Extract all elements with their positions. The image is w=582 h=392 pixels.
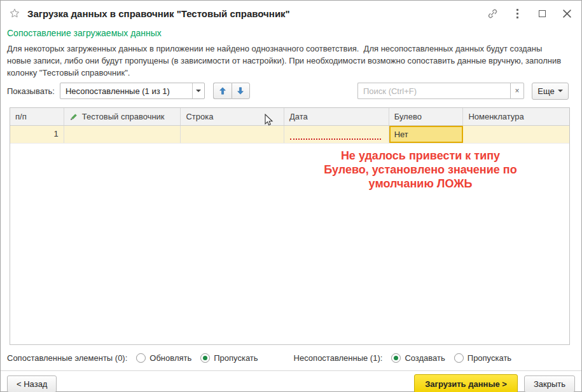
matched-label: Сопоставленные элементы (0): [7, 353, 127, 363]
radio-label: Пропускать [468, 353, 511, 363]
cell-boolean-selected[interactable]: Нет [389, 126, 464, 143]
cell-nomenclature[interactable] [463, 126, 569, 143]
radio-circle [391, 353, 401, 363]
error-underline [290, 139, 381, 140]
footer-bar: < Назад Загрузить данные > Закрыть [1, 370, 581, 392]
chain-link-icon[interactable] [487, 8, 498, 19]
more-button-label: Еще [537, 86, 554, 96]
close-icon[interactable] [561, 8, 572, 19]
options-row: Сопоставленные элементы (0): Обновлять П… [7, 351, 569, 365]
chevron-down-icon [558, 90, 563, 92]
error-tooltip-line: умолчанию ЛОЖЬ [290, 177, 551, 191]
column-header-label: Тестовый справочник [82, 109, 165, 125]
maximize-icon[interactable] [536, 8, 548, 19]
more-button[interactable]: Еще [532, 83, 569, 100]
column-header-num[interactable]: п/п [10, 108, 64, 125]
radio-matched-update[interactable]: Обновлять [136, 353, 191, 363]
section-title: Сопоставление загружаемых данных [7, 28, 569, 38]
table-header-row: п/п Тестовый справочник Строка Дата Буле… [10, 108, 569, 126]
column-header-test-ref[interactable]: Тестовый справочник [64, 108, 181, 125]
pencil-icon [69, 112, 78, 121]
radio-label: Обновлять [149, 353, 191, 363]
load-data-button[interactable]: Загрузить данные > [414, 374, 518, 392]
filter-dropdown[interactable]: Несопоставленные (1 из 1) [60, 83, 205, 99]
titlebar: Загрузка данных в справочник "Тестовый с… [1, 1, 581, 26]
radio-circle [136, 353, 146, 363]
back-button[interactable]: < Назад [7, 375, 57, 392]
radio-matched-skip[interactable]: Пропускать [200, 353, 258, 363]
move-up-button[interactable] [213, 83, 232, 99]
content-area: Сопоставление загружаемых данных Для нек… [1, 26, 581, 365]
search-group: × [357, 83, 524, 99]
column-header-nomenclature[interactable]: Номенклатура [463, 108, 569, 125]
search-input[interactable] [357, 83, 510, 99]
close-button[interactable]: Закрыть [524, 375, 575, 392]
search-clear-button[interactable]: × [510, 83, 524, 99]
chevron-down-icon[interactable] [192, 83, 204, 98]
error-tooltip-line: Не удалось привести к типу [290, 149, 551, 163]
radio-label: Пропускать [214, 353, 258, 363]
show-label: Показывать: [7, 86, 55, 96]
cell-test-ref[interactable] [64, 126, 181, 143]
unmatched-label: Несопоставленные (1): [294, 353, 383, 363]
dialog-window: Загрузка данных в справочник "Тестовый с… [0, 0, 582, 392]
arrow-up-icon [218, 86, 227, 95]
vertical-dots-icon[interactable] [511, 8, 523, 19]
error-tooltip: Не удалось привести к типу Булево, устан… [290, 149, 551, 191]
column-header-boolean[interactable]: Булево [389, 108, 464, 125]
toolbar: Показывать: Несопоставленные (1 из 1) × … [7, 82, 569, 100]
cell-num[interactable]: 1 [10, 126, 64, 143]
radio-label: Создавать [405, 353, 445, 363]
column-header-date[interactable]: Дата [284, 108, 389, 125]
filter-dropdown-value: Несопоставленные (1 из 1) [60, 86, 192, 96]
window-title: Загрузка данных в справочник "Тестовый с… [27, 8, 487, 19]
description-text: Для некоторых загруженных данных в прило… [7, 43, 562, 79]
table-row[interactable]: 1 Нет [10, 126, 569, 144]
radio-circle [454, 353, 464, 363]
mouse-cursor-icon [265, 114, 274, 130]
cell-date[interactable] [284, 126, 389, 143]
radio-unmatched-create[interactable]: Создавать [391, 353, 445, 363]
star-icon[interactable] [9, 8, 20, 19]
error-tooltip-line: Булево, установлено значение по [290, 163, 551, 177]
mapping-table: п/п Тестовый справочник Строка Дата Буле… [10, 107, 570, 345]
radio-unmatched-skip[interactable]: Пропускать [454, 353, 511, 363]
radio-circle [200, 353, 210, 363]
move-down-button[interactable] [232, 83, 250, 99]
arrow-down-icon [236, 86, 245, 95]
